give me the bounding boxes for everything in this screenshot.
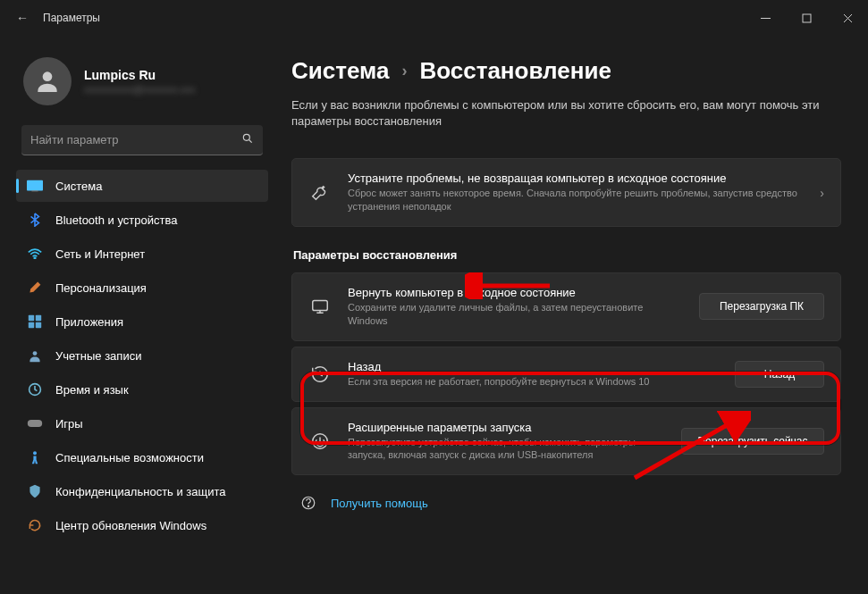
svg-rect-8 [29, 315, 34, 321]
sidebar-item-system[interactable]: Система [16, 170, 268, 202]
system-icon [27, 178, 43, 194]
sidebar-item-label: Конфиденциальность и защита [55, 485, 226, 498]
minimize-button[interactable] [745, 0, 786, 36]
close-button[interactable] [827, 0, 868, 36]
svg-rect-6 [31, 190, 38, 191]
apps-icon [27, 314, 43, 330]
search-input[interactable] [30, 133, 241, 146]
sidebar-item-accounts[interactable]: Учетные записи [16, 339, 268, 372]
card-title: Назад [348, 360, 719, 373]
sidebar-item-personalization[interactable]: Персонализация [16, 272, 268, 304]
chevron-right-icon: › [820, 186, 824, 200]
breadcrumb: Система › Восстановление [291, 57, 841, 85]
help-link[interactable]: Получить помощь [291, 495, 841, 511]
card-desc: Сброс может занять некоторое время. Снач… [348, 187, 804, 213]
svg-rect-9 [36, 315, 41, 321]
wrench-icon [308, 183, 332, 203]
back-button[interactable]: ← [16, 11, 29, 25]
svg-point-12 [33, 351, 38, 356]
svg-point-19 [308, 506, 308, 506]
search-box[interactable] [21, 125, 263, 155]
sidebar-item-bluetooth[interactable]: Bluetooth и устройства [16, 204, 268, 236]
card-title: Вернуть компьютер в исходное состояние [348, 286, 683, 299]
update-icon [27, 517, 43, 533]
history-icon [308, 364, 332, 384]
page-subtitle: Если у вас возникли проблемы с компьютер… [291, 97, 841, 130]
window-controls [745, 0, 868, 36]
sidebar-item-time-language[interactable]: Время и язык [16, 373, 268, 406]
svg-point-15 [33, 451, 37, 455]
chevron-right-icon: › [401, 62, 407, 80]
reset-pc-button[interactable]: Перезагрузка ПК [699, 293, 824, 320]
breadcrumb-parent[interactable]: Система [291, 57, 389, 85]
accounts-icon [27, 347, 43, 364]
svg-point-2 [43, 71, 53, 81]
sidebar-item-label: Специальные возможности [55, 451, 204, 464]
user-block[interactable]: Lumpics Ru xxxxxxxxxx@xxxxxxx.xxx [16, 45, 268, 121]
go-back-button[interactable]: Назад [735, 361, 824, 388]
user-email: xxxxxxxxxx@xxxxxxx.xxx [84, 84, 195, 95]
sidebar-item-label: Учетные записи [55, 349, 141, 363]
svg-line-4 [249, 140, 252, 143]
advanced-startup-card: Расширенные параметры запуска Перезапуст… [291, 407, 841, 476]
svg-point-3 [243, 134, 249, 140]
avatar [23, 57, 72, 105]
sidebar-item-privacy[interactable]: Конфиденциальность и защита [16, 475, 268, 507]
sidebar-item-label: Игры [55, 417, 83, 431]
reset-pc-card: Вернуть компьютер в исходное состояние С… [291, 272, 841, 341]
breadcrumb-current: Восстановление [419, 57, 611, 85]
svg-rect-16 [313, 301, 328, 311]
svg-point-7 [34, 257, 36, 259]
power-icon [308, 431, 332, 451]
sidebar-item-label: Время и язык [55, 383, 129, 397]
reset-icon [308, 297, 332, 316]
user-name: Lumpics Ru [84, 68, 195, 82]
shield-icon [27, 483, 43, 499]
content-pane: Система › Восстановление Если у вас возн… [277, 36, 868, 594]
restart-now-button[interactable]: Перезагрузить сейчас [681, 428, 824, 455]
troubleshoot-card[interactable]: Устраните проблемы, не возвращая компьют… [291, 158, 841, 227]
svg-rect-10 [29, 322, 34, 328]
svg-rect-14 [28, 420, 42, 427]
maximize-button[interactable] [786, 0, 827, 36]
svg-rect-11 [36, 322, 41, 328]
window-title: Параметры [43, 12, 100, 24]
sidebar-item-label: Приложения [55, 315, 123, 329]
svg-rect-5 [27, 180, 43, 191]
sidebar-item-gaming[interactable]: Игры [16, 407, 268, 439]
section-recovery-options: Параметры восстановления [293, 248, 841, 262]
card-title: Расширенные параметры запуска [348, 421, 665, 434]
sidebar-item-network[interactable]: Сеть и Интернет [16, 238, 268, 270]
sidebar: Lumpics Ru xxxxxxxxxx@xxxxxxx.xxx Систем… [0, 36, 277, 594]
gaming-icon [27, 415, 43, 431]
sidebar-item-label: Bluetooth и устройства [55, 213, 177, 227]
title-bar: ← Параметры [0, 0, 868, 36]
go-back-card: Назад Если эта версия не работает, попро… [291, 347, 841, 402]
sidebar-item-update[interactable]: Центр обновления Windows [16, 509, 268, 541]
sidebar-item-accessibility[interactable]: Специальные возможности [16, 441, 268, 473]
nav-list: Система Bluetooth и устройства Сеть и Ин… [16, 170, 268, 594]
clock-icon [27, 381, 43, 397]
sidebar-item-label: Сеть и Интернет [55, 247, 145, 261]
accessibility-icon [27, 449, 43, 465]
card-desc: Сохраните или удалите личные файлы, а за… [348, 301, 683, 328]
brush-icon [27, 280, 43, 296]
svg-rect-0 [761, 18, 771, 19]
search-icon [241, 132, 254, 147]
help-link-text[interactable]: Получить помощь [331, 497, 428, 510]
svg-rect-1 [803, 14, 811, 22]
sidebar-item-label: Центр обновления Windows [55, 519, 206, 532]
card-desc: Перезапустите устройство сейчас, чтобы и… [348, 436, 665, 463]
card-title: Устраните проблемы, не возвращая компьют… [348, 172, 804, 185]
sidebar-item-label: Персонализация [55, 281, 147, 295]
sidebar-item-apps[interactable]: Приложения [16, 305, 268, 338]
help-icon [297, 495, 320, 511]
bluetooth-icon [27, 212, 43, 228]
network-icon [27, 246, 43, 262]
sidebar-item-label: Система [55, 180, 102, 193]
card-desc: Если эта версия не работает, попробуйте … [348, 375, 719, 389]
